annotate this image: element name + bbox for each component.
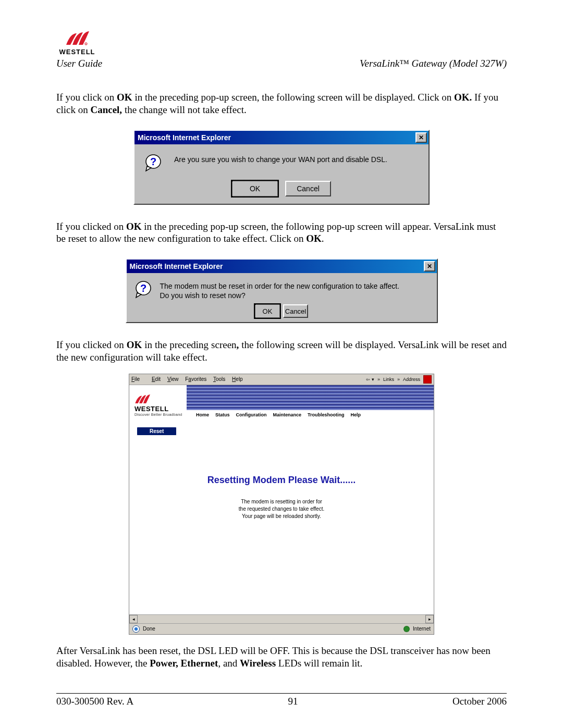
cancel-button[interactable]: Cancel [285,181,331,196]
reset-body: The modem is resetting in order for the … [129,498,434,520]
nav-home[interactable]: Home [196,412,209,417]
dialog1-message: Are you sure you wish to change your WAN… [174,154,387,164]
westell-swoosh-icon: R [65,31,89,47]
browser-content: WESTELL Discover Better Broadband Home S… [129,385,434,614]
dialog1-titlebar: Microsoft Internet Explorer ✕ [134,131,429,144]
menubar-right: ⇦ ▾ » Links » Address [366,375,432,384]
footer-right: October 2006 [452,696,507,707]
header-row: User Guide VersaLink™ Gateway (Model 327… [56,58,507,69]
westell-banner: WESTELL Discover Better Broadband Home S… [129,385,434,423]
nav-troubleshooting[interactable]: Troubleshooting [308,412,345,417]
dialog2-message: The modem must be reset in order for the… [160,280,400,300]
banner-tagline: Discover Better Broadband [134,413,182,416]
svg-text:?: ? [150,156,156,167]
confirm-dialog-1: Microsoft Internet Explorer ✕ ? Are you … [133,130,430,205]
toolbar-address[interactable]: Address [403,377,420,382]
closing-paragraph: After VersaLink has been reset, the DSL … [56,645,507,670]
intro-paragraph-3: If you clicked on OK in the preceding sc… [56,339,507,364]
status-zone: Internet [413,626,431,632]
footer-rule [56,693,507,694]
toolbar-links[interactable]: Links [383,377,394,382]
footer-left: 030-300500 Rev. A [56,696,133,707]
nav-maintenance[interactable]: Maintenance [273,412,302,417]
ie-throbber-icon [423,375,432,384]
page-header: R WESTELL User Guide VersaLink™ Gateway … [56,29,507,69]
menu-view[interactable]: View [167,376,179,382]
menu-file[interactable]: File [131,376,145,382]
browser-window: File Edit View Favorites Tools Help ⇦ ▾ … [129,374,434,635]
document-page: R WESTELL User Guide VersaLink™ Gateway … [0,0,563,728]
confirm-dialog-2: Microsoft Internet Explorer ✕ ? The mode… [126,258,438,323]
nav-status[interactable]: Status [215,412,230,417]
intro-paragraph-1: If you click on OK in the preceding pop-… [56,91,507,116]
question-icon: ? [144,154,163,172]
menu-edit[interactable]: Edit [152,376,161,382]
menubar-left: File Edit View Favorites Tools Help [131,376,248,382]
banner-nav: Home Status Configuration Maintenance Tr… [196,412,361,417]
cancel-button[interactable]: Cancel [283,304,308,318]
banner-logo: WESTELL Discover Better Broadband [129,391,182,416]
westell-swoosh-icon [134,394,150,405]
reset-message: Resetting Modem Please Wait...... The mo… [129,475,434,520]
westell-logo-text: WESTELL [59,48,95,56]
sidebar-item-reset[interactable]: Reset [137,427,177,436]
banner-logo-text: WESTELL [134,405,182,413]
menu-help[interactable]: Help [232,376,243,382]
dialog2-title: Microsoft Internet Explorer [130,262,223,270]
header-left: User Guide [56,58,102,69]
reset-title: Resetting Modem Please Wait...... [129,475,434,486]
browser-menubar: File Edit View Favorites Tools Help ⇦ ▾ … [129,374,434,385]
menu-favorites[interactable]: Favorites [185,376,206,382]
svg-text:?: ? [140,282,146,294]
ie-icon [132,625,140,633]
ok-button[interactable]: OK [255,304,280,318]
menu-tools[interactable]: Tools [213,376,225,382]
ok-button[interactable]: OK [232,181,278,196]
nav-help[interactable]: Help [351,412,361,417]
header-right: VersaLink™ Gateway (Model 327W) [360,58,507,69]
close-icon[interactable]: ✕ [415,132,427,143]
globe-icon [403,626,410,632]
scroll-left-icon[interactable]: ◂ [129,615,138,623]
dialog2-titlebar: Microsoft Internet Explorer ✕ [127,260,437,273]
banner-stripes [187,385,434,410]
close-icon[interactable]: ✕ [424,261,435,272]
svg-text:R: R [85,43,87,45]
scroll-right-icon[interactable]: ▸ [425,615,434,623]
question-icon: ? [134,280,153,299]
browser-statusbar: Done Internet [129,623,434,634]
nav-configuration[interactable]: Configuration [236,412,267,417]
westell-logo: R WESTELL [56,29,98,56]
horizontal-scrollbar[interactable]: ◂ ▸ [129,614,434,623]
footer-page-number: 91 [288,696,298,707]
page-footer: 030-300500 Rev. A 91 October 2006 [56,696,507,707]
intro-paragraph-2: If you clicked on OK in the preceding po… [56,220,507,245]
status-done: Done [143,626,155,632]
dialog1-title: Microsoft Internet Explorer [138,133,231,142]
